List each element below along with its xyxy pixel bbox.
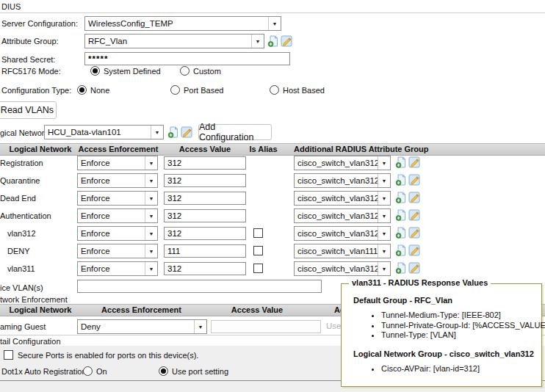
radio-none-label: None (90, 86, 109, 95)
attr-group-select[interactable]: cisco_switch_vlan312 ▼ (294, 261, 391, 276)
row-label: vlan312 (7, 225, 36, 242)
enforcement-value: Enforce (78, 227, 145, 240)
read-vlans-button[interactable]: Read VLANs (0, 101, 57, 119)
row-label: aming Guest (0, 318, 46, 335)
enforcement-select[interactable]: Enforce ▼ (77, 156, 158, 170)
radio-dot1x-on-label: On (96, 367, 107, 376)
secure-ports-label: Secure Ports is enabled for ports on thi… (18, 351, 198, 360)
access-value-input[interactable] (164, 227, 246, 240)
new-document-icon[interactable] (395, 209, 407, 221)
edit-icon[interactable] (408, 192, 420, 203)
enforcement-select[interactable]: Enforce ▼ (77, 191, 158, 206)
shared-secret-input[interactable] (84, 52, 290, 65)
server-config-select[interactable]: WirelessConfig_TEMP ▼ (84, 16, 281, 31)
edit-icon[interactable] (408, 174, 420, 186)
access-value-input[interactable] (164, 174, 246, 187)
tooltip-bullet: Cisco-AVPair: [vlan-id=312] (381, 364, 535, 374)
attr-group-select[interactable]: cisco_switch_vlan111 ▼ (294, 244, 391, 258)
chevron-down-icon: ▼ (378, 227, 390, 240)
edit-icon[interactable] (408, 244, 420, 256)
new-document-icon[interactable] (395, 244, 407, 256)
tooltip-bullet: Tunnel-Medium-Type: [IEEE-802] (381, 311, 535, 321)
radio-host-based[interactable] (270, 85, 279, 95)
table-row: vlan312 Enforce ▼ cisco_switch_vlan312 ▼ (0, 225, 545, 242)
edit-icon[interactable] (408, 156, 420, 168)
tooltip-bullet: Tunnel-Private-Group-Id: [%ACCESS_VALUE%… (381, 321, 535, 331)
is-alias-checkbox[interactable] (253, 246, 263, 255)
attr-group-select[interactable]: cisco_switch_vlan312 ▼ (294, 208, 391, 223)
radio-dot1x-use-port-setting-label: Use port setting (172, 367, 228, 376)
logical-network-label: gical Network: (0, 128, 51, 137)
access-value-input[interactable] (164, 209, 246, 222)
col-access-enforcement: Access Enforcement (77, 305, 206, 316)
attr-group-select[interactable]: cisco_switch_vlan312 ▼ (294, 191, 391, 206)
attr-group-value: cisco_switch_vlan312 (295, 209, 378, 222)
server-config-value: WirelessConfig_TEMP (85, 17, 268, 30)
chevron-down-icon: ▼ (268, 17, 281, 30)
enforcement-select[interactable]: Enforce ▼ (77, 208, 158, 223)
enforcement-select[interactable]: Enforce ▼ (77, 261, 158, 276)
radio-dot1x-on[interactable] (83, 366, 93, 376)
divider (0, 12, 545, 13)
edit-icon[interactable] (408, 262, 420, 274)
radio-port-based-label: Port Based (184, 86, 223, 95)
table-row: vlan311 Enforce ▼ cisco_switch_vlan312 ▼ (0, 260, 545, 277)
table-row: Dead End Enforce ▼ cisco_switch_vlan312 … (0, 189, 545, 207)
enforcement-select[interactable]: Enforce ▼ (77, 173, 158, 188)
attr-group-value: cisco_switch_vlan312 (295, 174, 378, 187)
access-value-input[interactable] (164, 192, 246, 205)
new-document-icon[interactable] (267, 35, 279, 47)
enforcement-select[interactable]: Deny ▼ (77, 319, 207, 334)
col-additional-attr-group: Additional RADIUS Attribute Group (294, 144, 429, 155)
row-label: vlan311 (7, 260, 35, 277)
enforcement-value: Enforce (78, 262, 145, 275)
radio-custom[interactable] (180, 66, 190, 76)
row-label: Registration (0, 154, 43, 172)
chevron-down-icon: ▼ (145, 262, 157, 275)
access-value-input[interactable] (164, 156, 246, 170)
chevron-down-icon: ▼ (151, 126, 163, 139)
new-document-icon[interactable] (395, 227, 407, 239)
radio-dot1x-use-port-setting[interactable] (159, 366, 168, 376)
attribute-group-label: Attribute Group: (1, 37, 59, 46)
new-document-icon[interactable] (395, 192, 407, 203)
edit-icon[interactable] (408, 227, 420, 239)
is-alias-checkbox[interactable] (253, 264, 263, 273)
attr-group-value: cisco_switch_vlan111 (295, 244, 378, 258)
chevron-down-icon: ▼ (145, 174, 157, 187)
radio-port-based[interactable] (170, 85, 180, 95)
new-document-icon[interactable] (395, 156, 407, 168)
enforcement-value: Enforce (78, 192, 145, 205)
edit-icon[interactable] (181, 126, 192, 138)
attribute-group-select[interactable]: RFC_Vlan ▼ (84, 34, 264, 48)
table-row: Registration Enforce ▼ cisco_switch_vlan… (0, 154, 545, 172)
enforcement-select[interactable]: Enforce ▼ (77, 244, 158, 258)
new-document-icon[interactable] (395, 174, 407, 186)
new-document-icon[interactable] (167, 126, 179, 138)
radio-system-defined[interactable] (90, 66, 100, 76)
attr-group-value: cisco_switch_vlan312 (295, 192, 378, 205)
tooltip-bullet-list: Cisco-AVPair: [vlan-id=312] (381, 364, 535, 374)
logical-network-select[interactable]: HCU_Data-vlan101 ▼ (44, 125, 164, 139)
enforcement-select[interactable]: Enforce ▼ (77, 226, 158, 241)
new-document-icon[interactable] (395, 262, 407, 274)
attr-group-select[interactable]: cisco_switch_vlan312 ▼ (294, 226, 391, 241)
access-value-input[interactable] (164, 244, 246, 258)
dot1x-label: Dot1x Auto Registration: (1, 367, 89, 376)
is-alias-checkbox[interactable] (253, 228, 263, 238)
radio-none[interactable] (77, 85, 87, 95)
secure-ports-checkbox[interactable] (4, 350, 13, 360)
access-value-input-disabled (211, 320, 321, 333)
add-configuration-button[interactable]: Add Configuration (198, 124, 272, 140)
col-logical-network: Logical Network (0, 144, 81, 155)
edit-icon[interactable] (408, 209, 420, 221)
chevron-down-icon: ▼ (378, 156, 390, 170)
access-value-input[interactable] (164, 262, 246, 275)
attr-group-select[interactable]: cisco_switch_vlan312 ▼ (294, 173, 391, 188)
edit-icon[interactable] (281, 35, 292, 47)
voice-vlans-input[interactable] (77, 280, 322, 293)
server-config-label: Server Configuration: (1, 19, 78, 28)
attr-group-select[interactable]: cisco_switch_vlan312 ▼ (294, 156, 391, 170)
col-logical-network: Logical Network (0, 305, 81, 316)
tooltip-body: Default Group - RFC_Vlan Tunnel-Medium-T… (342, 284, 541, 387)
